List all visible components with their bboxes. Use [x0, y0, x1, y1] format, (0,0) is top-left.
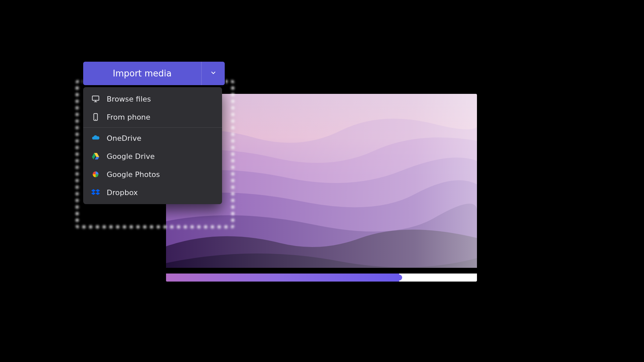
google-photos-icon	[91, 170, 100, 179]
timeline-track[interactable]	[166, 274, 477, 282]
menu-item-label: Google Drive	[107, 152, 155, 161]
import-media-label: Import media	[113, 68, 172, 78]
menu-item-label: Dropbox	[107, 188, 138, 197]
import-media-dropdown-toggle[interactable]	[201, 62, 225, 85]
monitor-icon	[91, 95, 100, 103]
import-media-button[interactable]: Import media	[83, 62, 201, 85]
onedrive-icon	[91, 134, 100, 142]
menu-item-label: OneDrive	[107, 134, 141, 142]
timeline-gap	[166, 268, 477, 274]
svg-marker-11	[96, 189, 100, 192]
dropbox-icon	[91, 188, 100, 197]
phone-icon	[91, 113, 100, 121]
menu-item-label: From phone	[107, 113, 150, 121]
menu-item-browse-files[interactable]: Browse files	[83, 90, 222, 108]
menu-item-label: Google Photos	[107, 170, 160, 179]
import-media-menu: Browse files From phone OneDrive	[83, 87, 222, 204]
menu-item-from-phone[interactable]: From phone	[83, 108, 222, 126]
menu-item-dropbox[interactable]: Dropbox	[83, 183, 222, 201]
menu-item-onedrive[interactable]: OneDrive	[83, 129, 222, 147]
svg-marker-10	[91, 189, 96, 192]
timeline-playhead[interactable]	[396, 275, 402, 281]
menu-item-label: Browse files	[107, 95, 151, 103]
svg-marker-8	[95, 157, 99, 160]
import-media-cluster: Import media Browse files	[83, 62, 225, 204]
timeline-fill	[166, 274, 399, 282]
google-drive-icon	[91, 152, 100, 161]
menu-item-google-drive[interactable]: Google Drive	[83, 147, 222, 165]
menu-item-google-photos[interactable]: Google Photos	[83, 165, 222, 183]
svg-marker-13	[96, 192, 100, 195]
import-media-split-button: Import media	[83, 62, 225, 85]
svg-marker-12	[91, 192, 96, 195]
svg-rect-2	[92, 96, 99, 100]
menu-separator	[83, 127, 222, 128]
chevron-down-icon	[210, 69, 217, 78]
